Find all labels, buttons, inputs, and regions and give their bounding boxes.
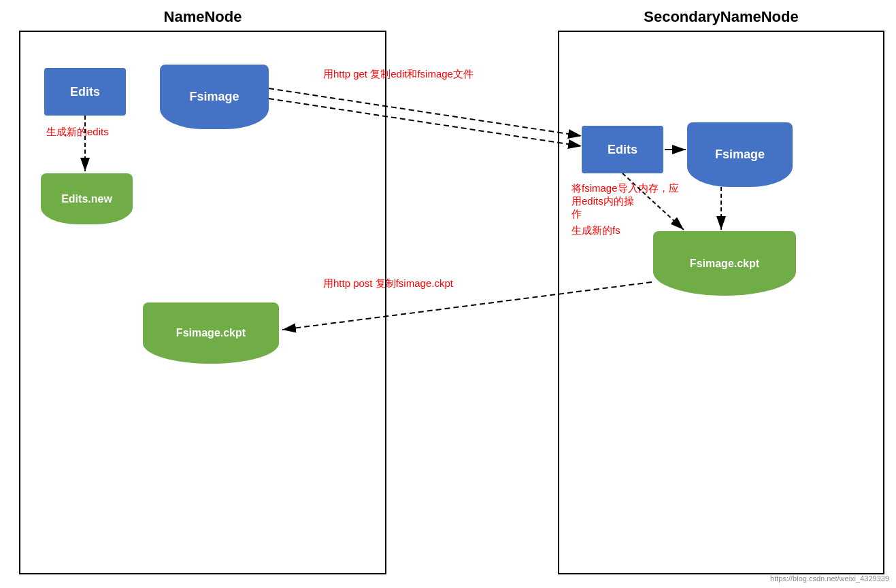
secondary-box <box>558 31 884 574</box>
namenode-edits-new: Edits.new <box>41 173 133 224</box>
secondary-title: SecondaryNameNode <box>558 8 884 26</box>
new-fsimage-label: 生成新的fs <box>571 224 620 237</box>
secondary-edits: Edits <box>582 126 663 173</box>
namenode-edits: Edits <box>44 68 126 116</box>
watermark: https://blog.csdn.net/weixi_4329339 <box>770 574 889 583</box>
diagram-container: NameNode SecondaryNameNode Edits Fsimage… <box>0 0 896 588</box>
secondary-fsimage: Fsimage <box>687 122 793 187</box>
namenode-fsimage-ckpt: Fsimage.ckpt <box>143 302 279 364</box>
http-post-label: 用http post 复制fsimage.ckpt <box>323 277 453 290</box>
namenode-title: NameNode <box>19 8 386 26</box>
generate-edits-label: 生成新的edits <box>46 126 109 139</box>
merge-label: 将fsimage导入内存，应用edits内的操 作 <box>571 182 684 221</box>
secondary-fsimage-ckpt: Fsimage.ckpt <box>653 231 796 296</box>
http-get-label: 用http get 复制edit和fsimage文件 <box>323 68 474 81</box>
namenode-fsimage: Fsimage <box>160 65 269 129</box>
